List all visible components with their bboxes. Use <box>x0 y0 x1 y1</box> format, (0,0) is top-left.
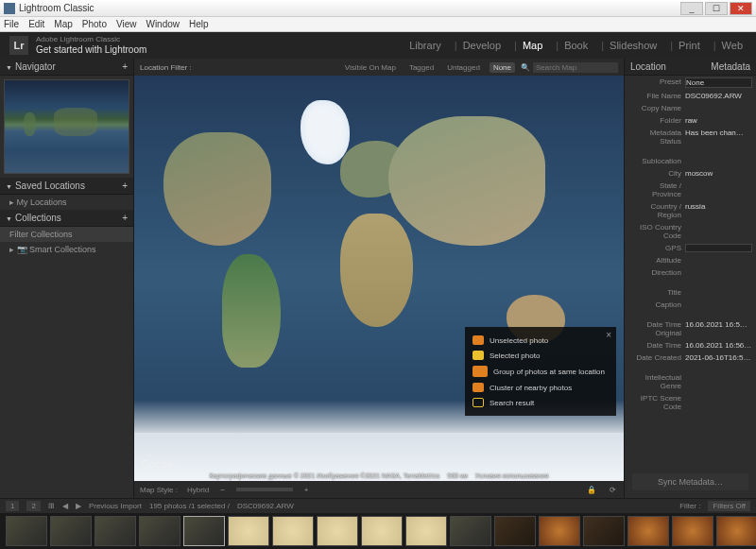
saved-locations-header[interactable]: ▼Saved Locations+ <box>0 178 133 195</box>
smart-collections-item[interactable]: ▸ 📷 Smart Collections <box>0 242 133 257</box>
nav-next-icon[interactable]: ▶ <box>76 502 81 510</box>
legend-close-icon[interactable]: × <box>606 330 611 340</box>
minimize-button[interactable]: _ <box>680 2 703 15</box>
map-style-value[interactable]: Hybrid <box>187 486 209 494</box>
module-library[interactable]: Library <box>405 36 445 55</box>
thumb-15[interactable] <box>627 516 669 546</box>
module-develop[interactable]: Develop <box>451 36 505 55</box>
thumb-8[interactable] <box>317 516 358 546</box>
ig-field[interactable] <box>685 373 752 390</box>
thumb-10[interactable] <box>405 516 447 546</box>
module-web[interactable]: Web <box>710 36 747 55</box>
menu-window[interactable]: Window <box>146 19 180 29</box>
search-icon: 🔍 <box>521 63 530 72</box>
module-picker: Library Develop Map Book Slideshow Print… <box>405 36 747 55</box>
menu-photo[interactable]: Photo <box>82 19 107 29</box>
filter-tagged[interactable]: Tagged <box>405 62 438 73</box>
state-field[interactable] <box>685 181 752 198</box>
thumb-11[interactable] <box>450 516 491 546</box>
menu-map[interactable]: Map <box>54 19 72 29</box>
direction-field[interactable] <box>685 268 752 277</box>
thumb-13[interactable] <box>539 516 580 546</box>
filter-visible[interactable]: Visible On Map <box>341 62 400 73</box>
thumb-6[interactable] <box>228 516 269 546</box>
filmstrip <box>0 513 756 549</box>
module-slideshow[interactable]: Slideshow <box>597 36 661 55</box>
window-buttons: _ ☐ ✕ <box>680 2 752 15</box>
altitude-field[interactable] <box>685 256 752 265</box>
location-filter-label: Location Filter : <box>140 63 192 72</box>
iso-field[interactable] <box>685 223 752 240</box>
thumb-12[interactable] <box>494 516 536 546</box>
page-1-button[interactable]: 1 <box>6 501 19 511</box>
metadata-header[interactable]: LocationMetadata <box>625 59 756 76</box>
menubar: File Edit Map Photo View Window Help <box>0 17 756 32</box>
map-view[interactable]: × Unselected photo Selected photo Group … <box>134 76 624 481</box>
app-icon <box>4 3 15 14</box>
thumb-9[interactable] <box>361 516 403 546</box>
filter-none[interactable]: None <box>490 62 515 73</box>
zoom-in-icon[interactable]: + <box>302 486 311 494</box>
close-button[interactable]: ✕ <box>730 2 752 15</box>
location-filter-bar: Location Filter : Visible On Map Tagged … <box>134 59 624 76</box>
search-input[interactable] <box>533 62 618 73</box>
page-2-button[interactable]: 2 <box>26 501 40 511</box>
center-panel: Location Filter : Visible On Map Tagged … <box>134 59 624 498</box>
title-field[interactable] <box>685 288 752 297</box>
previous-import-label[interactable]: Previous Import <box>89 502 142 510</box>
map-attribution: Картографические данные © 2021 Изображен… <box>134 472 624 479</box>
zoom-slider[interactable] <box>236 488 293 491</box>
thumb-4[interactable] <box>139 516 180 546</box>
thumb-3[interactable] <box>94 516 136 546</box>
country-field[interactable]: russia <box>685 202 752 219</box>
thumb-14[interactable] <box>583 516 625 546</box>
navigator-map[interactable] <box>4 79 129 174</box>
marker-selected-icon <box>472 351 484 360</box>
lock-icon[interactable]: 🔒 <box>585 486 598 494</box>
collections-header[interactable]: ▼Collections+ <box>0 210 133 227</box>
navigator-header[interactable]: ▼Navigator+ <box>0 59 133 76</box>
nav-prev-icon[interactable]: ◀ <box>62 502 68 510</box>
map-legend: × Unselected photo Selected photo Group … <box>465 327 616 416</box>
thumb-1[interactable] <box>6 516 47 546</box>
folder-value: raw <box>685 116 752 125</box>
filter-untagged[interactable]: Untagged <box>443 62 484 73</box>
left-panel: ▼Navigator+ ▼Saved Locations+ ▸ My Locat… <box>0 59 134 498</box>
menu-help[interactable]: Help <box>189 19 209 29</box>
thumb-2[interactable] <box>50 516 92 546</box>
grid-icon[interactable]: ⊞ <box>48 502 55 510</box>
thumb-5[interactable] <box>183 516 225 546</box>
city-field[interactable]: moscow <box>685 169 752 178</box>
module-book[interactable]: Book <box>552 36 592 55</box>
caption-field[interactable] <box>685 300 752 309</box>
search-map: 🔍 <box>521 62 618 73</box>
dto-value: 16.06.2021 16:5… <box>685 320 752 337</box>
preset-select[interactable]: None <box>685 77 752 88</box>
marker-cluster-icon <box>472 383 484 392</box>
filters-off-button[interactable]: Filters Off <box>708 501 750 511</box>
thumb-17[interactable] <box>716 516 756 546</box>
selected-file: DSC09692.ARW <box>237 502 294 510</box>
header-text: Adobe Lightroom Classic Get started with… <box>36 36 146 55</box>
thumb-7[interactable] <box>272 516 314 546</box>
dt-value: 16.06.2021 16:56:19 <box>685 341 752 350</box>
thumb-16[interactable] <box>672 516 713 546</box>
menu-edit[interactable]: Edit <box>28 19 44 29</box>
filter-collections-item[interactable]: Filter Collections <box>0 227 133 242</box>
copyname-field[interactable] <box>685 104 752 112</box>
gps-field[interactable] <box>685 244 752 252</box>
tracklog-icon[interactable]: ⟳ <box>608 486 618 494</box>
menu-view[interactable]: View <box>116 19 137 29</box>
header-title: Get started with Lightroom <box>36 44 146 55</box>
sync-metadata-button[interactable]: Sync Metadata… <box>632 473 748 490</box>
sublocation-field[interactable] <box>685 157 752 165</box>
iptc-field[interactable] <box>685 394 752 411</box>
photo-count: 195 photos /1 selected / <box>149 502 230 510</box>
map-style-label: Map Style : <box>140 486 178 494</box>
module-print[interactable]: Print <box>666 36 703 55</box>
my-locations-item[interactable]: ▸ My Locations <box>0 195 133 210</box>
menu-file[interactable]: File <box>4 19 19 29</box>
module-map[interactable]: Map <box>510 36 546 55</box>
maximize-button[interactable]: ☐ <box>705 2 728 15</box>
zoom-out-icon[interactable]: − <box>218 486 227 494</box>
